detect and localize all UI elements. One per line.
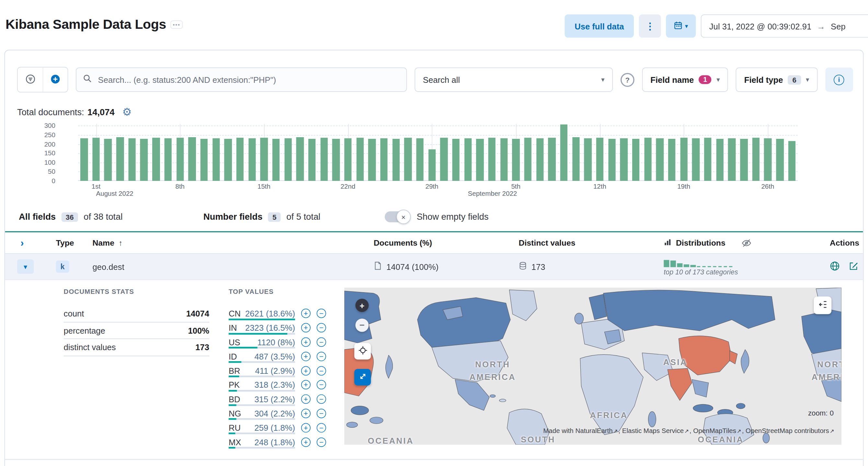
map-region-label: ASIA bbox=[663, 356, 688, 369]
filter-for-value-button[interactable]: + bbox=[301, 437, 311, 446]
number-fields-total: of 5 total bbox=[286, 212, 320, 222]
filter-for-value-button[interactable]: + bbox=[301, 323, 311, 332]
gear-icon[interactable]: ⚙ bbox=[122, 107, 132, 117]
histogram-bar bbox=[654, 124, 666, 181]
x-axis-tick-label: 15th bbox=[257, 182, 271, 190]
distinct-values-value: 173 bbox=[531, 262, 546, 271]
histogram-bar bbox=[750, 124, 762, 181]
date-range-start[interactable]: Jul 31, 2022 @ 00:39:02.91 bbox=[709, 21, 811, 31]
date-range-input[interactable]: Jul 31, 2022 @ 00:39:02.91 → Sep bbox=[701, 14, 868, 37]
header-documents[interactable]: Documents (%) bbox=[367, 238, 512, 247]
top-value-bar bbox=[229, 404, 295, 406]
filter-button-group bbox=[17, 67, 68, 93]
top-value-main: BR411 (2.9%) bbox=[229, 363, 295, 378]
filter-for-value-button[interactable]: + bbox=[301, 352, 311, 361]
field-name-filter-button[interactable]: Field name 1 ▾ bbox=[642, 68, 728, 92]
bar bbox=[176, 138, 184, 181]
histogram-bar bbox=[594, 124, 606, 181]
bar bbox=[116, 137, 124, 181]
histogram-bar bbox=[222, 124, 234, 181]
top-value-main: BD315 (2.2%) bbox=[229, 392, 295, 406]
collapse-row-button[interactable]: ▾ bbox=[17, 260, 34, 274]
use-full-data-button[interactable]: Use full data bbox=[564, 14, 634, 37]
map-legend-collapse-button[interactable] bbox=[814, 296, 832, 314]
top-value-count: 2323 (16.5%) bbox=[245, 323, 295, 332]
attribution-link[interactable]: Elastic Maps Service bbox=[622, 427, 684, 435]
all-fields-label: All fields bbox=[19, 212, 56, 222]
edit-field-button[interactable] bbox=[848, 261, 859, 272]
attribution-link[interactable]: NaturalEarth bbox=[575, 427, 613, 435]
histogram-bar bbox=[486, 124, 498, 181]
top-value-bar bbox=[229, 319, 295, 320]
top-value-label: NG bbox=[229, 409, 241, 418]
field-name-count-badge: 1 bbox=[699, 75, 712, 84]
filter-for-value-button[interactable]: + bbox=[301, 409, 311, 418]
map-zoom-out-button[interactable]: − bbox=[355, 319, 369, 332]
filter-out-value-button[interactable]: − bbox=[317, 437, 326, 446]
search-all-select[interactable]: Search all ▾ bbox=[414, 68, 613, 92]
explore-in-lens-button[interactable] bbox=[830, 261, 840, 272]
map-fit-to-data-button[interactable] bbox=[354, 343, 371, 360]
title-overflow-menu-icon[interactable]: ••• bbox=[171, 20, 183, 29]
top-value-row: CN2621 (18.6%)+− bbox=[229, 306, 334, 321]
search-icon bbox=[83, 74, 92, 85]
filter-for-value-button[interactable]: + bbox=[301, 337, 311, 347]
histogram-bar bbox=[114, 124, 126, 181]
help-icon[interactable]: ? bbox=[621, 73, 634, 87]
field-name[interactable]: geo.dest bbox=[86, 262, 367, 271]
add-filter-button[interactable] bbox=[43, 68, 68, 92]
filter-for-value-button[interactable]: + bbox=[301, 395, 311, 404]
histogram-bar bbox=[438, 124, 450, 181]
filter-out-value-button[interactable]: − bbox=[317, 352, 326, 361]
histogram-bar bbox=[606, 124, 618, 181]
histogram-bar bbox=[270, 124, 282, 181]
eye-slash-icon[interactable] bbox=[742, 238, 751, 247]
filter-out-value-button[interactable]: − bbox=[317, 309, 326, 318]
map-region-label: OCEANIA bbox=[698, 434, 744, 445]
geo-map[interactable]: NORTHAMERICANORTHAMERICAASIAAFRICASOUTHA… bbox=[344, 288, 841, 445]
header-name[interactable]: Name ↑ bbox=[86, 238, 367, 247]
chart-xaxis: 1st8th15th22nd29th5th12th19th26thAugust … bbox=[78, 181, 798, 198]
attribution-link[interactable]: OpenStreetMap contributors bbox=[746, 427, 829, 435]
filter-out-value-button[interactable]: − bbox=[317, 395, 326, 404]
bar bbox=[188, 137, 196, 181]
filter-out-value-button[interactable]: − bbox=[317, 380, 326, 390]
date-quick-select-button[interactable]: ▾ bbox=[666, 14, 696, 37]
search-input[interactable] bbox=[97, 74, 400, 85]
pencil-edit-icon bbox=[848, 261, 859, 272]
filter-for-value-button[interactable]: + bbox=[301, 380, 311, 390]
filter-out-value-button[interactable]: − bbox=[317, 423, 326, 432]
field-type-filter-button[interactable]: Field type 6 ▾ bbox=[736, 68, 817, 92]
header-distinct-values[interactable]: Distinct values bbox=[512, 238, 657, 247]
attribution-link[interactable]: OpenMapTiles bbox=[693, 427, 736, 435]
query-filter-button[interactable] bbox=[18, 68, 43, 92]
info-button[interactable]: i bbox=[825, 68, 853, 92]
histogram-bar bbox=[342, 124, 354, 181]
filter-for-value-button[interactable]: + bbox=[301, 423, 311, 432]
top-value-main: RU259 (1.8%) bbox=[229, 421, 295, 435]
expand-all-button[interactable]: › bbox=[17, 237, 27, 248]
filter-out-value-button[interactable]: − bbox=[317, 366, 326, 375]
show-empty-fields-toggle[interactable]: × bbox=[384, 211, 409, 222]
filter-for-value-button[interactable]: + bbox=[301, 309, 311, 318]
date-range-end[interactable]: Sep bbox=[831, 21, 846, 31]
top-value-count: 315 (2.2%) bbox=[254, 395, 295, 404]
top-value-main: US1120 (8%) bbox=[229, 335, 295, 349]
filter-for-value-button[interactable]: + bbox=[301, 366, 311, 375]
map-expand-button[interactable] bbox=[354, 369, 371, 386]
bar bbox=[128, 138, 136, 181]
filter-out-value-button[interactable]: − bbox=[317, 409, 326, 418]
filter-out-value-button[interactable]: − bbox=[317, 323, 326, 332]
header-type[interactable]: Type bbox=[49, 238, 86, 247]
histogram-bar bbox=[306, 124, 318, 181]
stat-label: count bbox=[64, 309, 84, 318]
total-documents-value: 14,074 bbox=[88, 107, 115, 117]
field-row-geo-dest[interactable]: ▾ k geo.dest 14074 (100%) 173 bbox=[5, 254, 863, 280]
bar bbox=[237, 137, 244, 181]
histogram-bar bbox=[702, 124, 714, 181]
map-zoom-in-button[interactable]: + bbox=[355, 299, 369, 312]
filter-out-value-button[interactable]: − bbox=[317, 337, 326, 347]
bar bbox=[692, 138, 700, 181]
app-menu-button[interactable]: ⋮ bbox=[639, 14, 661, 37]
field-name-label: Field name bbox=[650, 75, 694, 85]
